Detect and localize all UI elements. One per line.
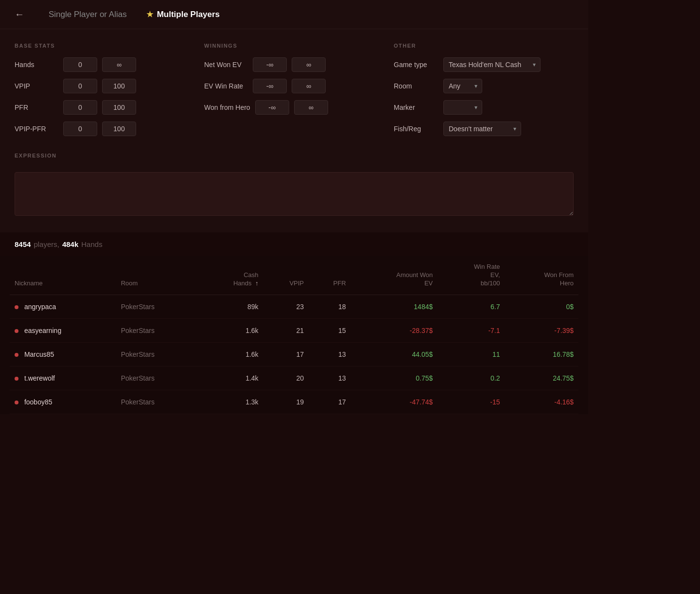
- cell-vpip: 23: [263, 295, 309, 318]
- cell-won-from-hero: -7.39$: [505, 318, 578, 342]
- other-section: OTHER Game type Texas Hold'em NL Cash Ro…: [384, 43, 574, 143]
- tab-multiple-label: Multiple Players: [157, 10, 220, 19]
- tab-multiple-players[interactable]: ★ Multiple Players: [146, 10, 220, 19]
- table-row[interactable]: t.werewolf PokerStars 1.4k 20 13 0.75$ 0…: [10, 366, 578, 390]
- won-from-hero-min-input[interactable]: [255, 100, 289, 115]
- won-from-hero-max-input[interactable]: [294, 100, 328, 115]
- col-amount-won-ev[interactable]: Amount WonEV: [351, 256, 438, 295]
- table-row[interactable]: Marcus85 PokerStars 1.6k 17 13 44.05$ 11…: [10, 342, 578, 366]
- players-label: players,: [34, 240, 59, 248]
- cell-amount-won-ev: 0.75$: [351, 366, 438, 390]
- hands-label: Hands: [15, 61, 58, 69]
- cell-nickname: angrypaca: [10, 295, 116, 318]
- ev-win-rate-label: EV Win Rate: [204, 82, 248, 90]
- cell-amount-won-ev: -28.37$: [351, 318, 438, 342]
- cell-nickname: fooboy85: [10, 390, 116, 414]
- vpip-pfr-label: VPIP-PFR: [15, 125, 58, 133]
- star-icon: ★: [146, 10, 153, 19]
- cell-won-from-hero: -4.16$: [505, 390, 578, 414]
- cell-room: PokerStars: [116, 318, 198, 342]
- cell-cash-hands: 1.6k: [198, 342, 263, 366]
- cell-vpip: 21: [263, 318, 309, 342]
- net-won-ev-max-input[interactable]: [292, 57, 326, 72]
- pfr-label: PFR: [15, 104, 58, 111]
- col-room[interactable]: Room: [116, 256, 198, 295]
- players-table: Nickname Room CashHands ↑ VPIP PFR Amoun…: [10, 256, 578, 414]
- fish-reg-row: Fish/Reg Doesn't matter: [394, 122, 574, 136]
- vpip-row: VPIP: [15, 79, 194, 93]
- net-won-ev-row: Net Won EV: [204, 57, 384, 72]
- won-from-hero-row: Won from Hero: [204, 100, 384, 115]
- expression-section: EXPRESSION: [15, 153, 574, 218]
- other-title: OTHER: [394, 43, 574, 49]
- vpip-max-input[interactable]: [102, 79, 136, 93]
- hands-label: Hands: [81, 240, 102, 248]
- player-dot: [15, 377, 18, 381]
- table-row[interactable]: easyearning PokerStars 1.6k 21 15 -28.37…: [10, 318, 578, 342]
- cell-vpip: 17: [263, 342, 309, 366]
- marker-select[interactable]: [443, 100, 482, 115]
- col-won-from-hero[interactable]: Won FromHero: [505, 256, 578, 295]
- cell-won-from-hero: 0$: [505, 295, 578, 318]
- room-label: Room: [394, 82, 438, 90]
- cell-cash-hands: 1.6k: [198, 318, 263, 342]
- cell-amount-won-ev: -47.74$: [351, 390, 438, 414]
- cell-nickname: t.werewolf: [10, 366, 116, 390]
- game-type-select[interactable]: Texas Hold'em NL Cash: [443, 57, 541, 72]
- col-cash-hands[interactable]: CashHands ↑: [198, 256, 263, 295]
- cell-room: PokerStars: [116, 342, 198, 366]
- cell-cash-hands: 89k: [198, 295, 263, 318]
- cell-room: PokerStars: [116, 390, 198, 414]
- table-row[interactable]: angrypaca PokerStars 89k 23 18 1484$ 6.7…: [10, 295, 578, 318]
- col-pfr[interactable]: PFR: [309, 256, 351, 295]
- back-button[interactable]: ←: [15, 9, 24, 20]
- player-name: easyearning: [24, 327, 61, 334]
- cell-win-rate-ev: 6.7: [438, 295, 505, 318]
- tab-single-player[interactable]: Single Player or Alias: [49, 10, 127, 19]
- col-nickname[interactable]: Nickname: [10, 256, 116, 295]
- fish-reg-select[interactable]: Doesn't matter: [443, 122, 521, 136]
- cell-pfr: 13: [309, 342, 351, 366]
- player-name: t.werewolf: [24, 374, 55, 382]
- player-dot: [15, 305, 18, 309]
- cell-pfr: 17: [309, 390, 351, 414]
- pfr-max-input[interactable]: [102, 100, 136, 115]
- base-stats-section: BASE STATS Hands VPIP PFR VPIP-PFR: [15, 43, 194, 143]
- players-count: 8454: [15, 240, 31, 248]
- cell-win-rate-ev: 0.2: [438, 366, 505, 390]
- cell-win-rate-ev: -7.1: [438, 318, 505, 342]
- net-won-ev-min-input[interactable]: [253, 57, 287, 72]
- ev-win-rate-min-input[interactable]: [253, 79, 287, 93]
- table-row[interactable]: fooboy85 PokerStars 1.3k 19 17 -47.74$ -…: [10, 390, 578, 414]
- won-from-hero-label: Won from Hero: [204, 104, 250, 111]
- cell-pfr: 15: [309, 318, 351, 342]
- player-name: Marcus85: [24, 350, 54, 358]
- fish-reg-label: Fish/Reg: [394, 125, 438, 133]
- game-type-row: Game type Texas Hold'em NL Cash: [394, 57, 574, 72]
- ev-win-rate-max-input[interactable]: [292, 79, 326, 93]
- room-select[interactable]: Any: [443, 79, 482, 93]
- cell-won-from-hero: 24.75$: [505, 366, 578, 390]
- cell-vpip: 20: [263, 366, 309, 390]
- net-won-ev-label: Net Won EV: [204, 61, 248, 69]
- cell-nickname: Marcus85: [10, 342, 116, 366]
- table-header-row: Nickname Room CashHands ↑ VPIP PFR Amoun…: [10, 256, 578, 295]
- pfr-min-input[interactable]: [63, 100, 97, 115]
- cell-pfr: 13: [309, 366, 351, 390]
- cell-room: PokerStars: [116, 366, 198, 390]
- cell-amount-won-ev: 44.05$: [351, 342, 438, 366]
- vpip-min-input[interactable]: [63, 79, 97, 93]
- vpip-pfr-max-input[interactable]: [102, 122, 136, 136]
- vpip-pfr-row: VPIP-PFR: [15, 122, 194, 136]
- hands-row: Hands: [15, 57, 194, 72]
- col-vpip[interactable]: VPIP: [263, 256, 309, 295]
- hands-max-input[interactable]: [102, 57, 136, 72]
- cell-room: PokerStars: [116, 295, 198, 318]
- expression-input[interactable]: [15, 172, 574, 216]
- players-table-container: Nickname Room CashHands ↑ VPIP PFR Amoun…: [0, 256, 588, 414]
- col-win-rate-ev[interactable]: Win RateEV,bb/100: [438, 256, 505, 295]
- marker-row: Marker: [394, 100, 574, 115]
- hands-min-input[interactable]: [63, 57, 97, 72]
- cell-nickname: easyearning: [10, 318, 116, 342]
- vpip-pfr-min-input[interactable]: [63, 122, 97, 136]
